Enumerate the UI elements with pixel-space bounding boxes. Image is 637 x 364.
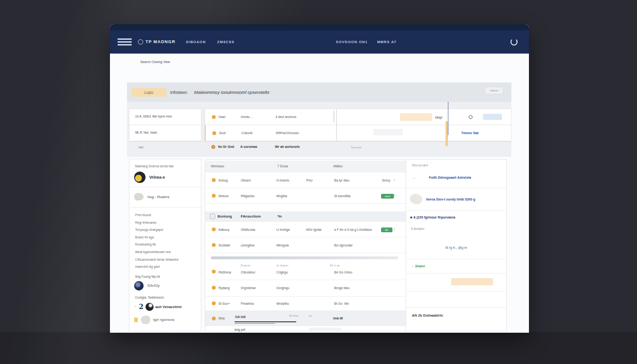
person-name: auh Venacetrini — [155, 305, 182, 309]
user-avatar-icon[interactable] — [510, 38, 518, 46]
info-chip[interactable] — [483, 114, 502, 120]
table-row[interactable]: Svbog Oboert O-Imsvlo Prici Ba tyr dlsu … — [205, 173, 406, 188]
sidebar-item-person5[interactable]: tgdr ngcenona — [129, 312, 201, 328]
list-item-label: 10 A .00th1 We hprm Hon — [135, 115, 172, 118]
cell: Oboert — [241, 179, 251, 182]
highlight-field[interactable] — [451, 278, 493, 285]
list-item[interactable]: 9E.R Yee: Iwan — [129, 125, 201, 141]
background-bottom-shade — [0, 332, 637, 364]
table-row[interactable]: Mne OA Ivtt Ail tssu rry Imk-W — [205, 311, 406, 326]
sidebar-section-label: Itng Fuong My-hil — [129, 273, 201, 279]
summary-row[interactable]: Sout Cobuntl M9Fee/Orsvosn — [205, 125, 337, 141]
cell: rry — [309, 314, 312, 317]
cell: Crtglrgu — [276, 271, 288, 274]
document-link[interactable]: Fuith Ddnogsaart Ashslola — [429, 176, 471, 179]
list-footer: neo — [129, 141, 201, 152]
cell: Prici — [306, 179, 312, 182]
summary-right-column: tasp Tmnnv Gat Tomond — [337, 102, 511, 157]
column-header: 7 Dcoa — [277, 164, 288, 168]
placeholder-pill — [309, 328, 342, 332]
download-icon[interactable]: ↓ — [393, 227, 395, 231]
cell: Bnrge bleu — [334, 286, 350, 290]
avatar — [134, 281, 144, 291]
cell: Imk-W — [333, 317, 343, 320]
highlight-field[interactable] — [400, 113, 432, 121]
section-label: FAnsecliom — [241, 214, 261, 218]
status-dot-icon — [212, 301, 216, 305]
table-row[interactable]: St Suv+ Pmarkha Wrolyfbu Bt Gv- Wn — [205, 297, 406, 311]
cell: czrlvgbtur — [241, 244, 255, 247]
sidebar-header: Maehacg Diotnna anrds tats — [129, 159, 201, 170]
table-row[interactable]: R acoio Ar draeru FF a ua RbShma C8rodst… — [205, 261, 406, 280]
sidebar-item-person1[interactable]: Vrinea-s — [129, 170, 201, 187]
status-dot-icon — [212, 178, 216, 182]
field-label: maerrdvh Ag gant — [135, 263, 195, 271]
menu-icon[interactable] — [118, 38, 132, 46]
nav-item-4[interactable]: MMRS AT — [377, 40, 397, 44]
list-item[interactable]: 10 A .00th1 We hprm Hon — [129, 109, 201, 125]
summary-left-column: 10 A .00th1 We hprm Hon 9E.R Yee: Iwan n… — [129, 102, 201, 157]
panel-header: Deo-on-anx — [406, 160, 506, 168]
note-icon — [134, 318, 138, 322]
person-name: Vrinea-s — [149, 175, 165, 180]
field-label: Tonyougs dnargapui — [135, 226, 195, 234]
app-window: TP MADNGR SIBOAON ZM8CSS SOVDOON ON1 MMR… — [110, 24, 529, 333]
table-row[interactable]: Rydang Drgnldmar Ocrglngu Bnrge bleu — [205, 280, 406, 297]
summary-cell: Wr ah aorlonels — [275, 145, 300, 148]
dash-icon: – — [413, 176, 415, 180]
sidebar-section-label: Cuvtgia; Taddnewcn — [129, 293, 201, 300]
nav-item-1[interactable]: SIBOAON — [186, 40, 206, 44]
field-label: Runalueling fte — [135, 241, 195, 248]
nav-item-3[interactable]: SOVDOON ON1 — [336, 40, 368, 44]
title-bar: Lupo Infosteec Maiieommoy ionuimnooml cp… — [127, 82, 511, 102]
summary-row[interactable]: Gael Imvdo… 3 devl anchors — [205, 109, 337, 125]
gear-icon[interactable] — [469, 115, 473, 119]
sidebar-item-person3[interactable]: S3vX2y — [129, 279, 201, 293]
cell: Mlrngula — [276, 244, 289, 247]
scrollbar-thumb[interactable] — [333, 110, 335, 123]
document-link[interactable]: tmrea Slov-t euvdy tmtb S3lG g — [426, 198, 475, 201]
download-icon[interactable]: ↓ — [393, 177, 395, 182]
main-area: Maehacg Diotnna anrds tats Vrinea-s Hug … — [110, 157, 529, 333]
panel-center-text: M rg K-, @g m — [406, 237, 506, 259]
cell: Smny — [382, 179, 390, 182]
nav-item-2[interactable]: ZM8CSS — [217, 40, 234, 44]
status-dot-icon — [211, 145, 215, 149]
saved-label: Shalvi — [415, 264, 425, 268]
cell[interactable]: OA Ivtt — [235, 315, 246, 318]
section-label: *In — [277, 214, 282, 218]
cell: Wdvva — [218, 194, 228, 198]
breadcrumb-strip: Search Closing View — [110, 54, 529, 82]
person-name: tgdr ngcenona — [153, 318, 174, 321]
status-dot-icon — [212, 228, 216, 231]
avatar — [146, 303, 154, 311]
action-links[interactable]: Tmnnv Gat — [461, 131, 479, 135]
top-navbar: TP MADNGR SIBOAON ZM8CSS SOVDOON ON1 MMR… — [110, 24, 529, 54]
table-row[interactable]: Srcldder czrlvgbtur Mlrngula Bcl dgrrunt… — [205, 237, 406, 253]
sidebar-item-person2[interactable]: Hug - Ruainrs — [129, 187, 201, 208]
table-row[interactable]: Wdvva Rlilgselso Mngfda St esrvdMa eeee … — [205, 188, 406, 204]
column-header: IAtlteo — [333, 164, 343, 168]
download-icon[interactable]: ↓ — [393, 193, 395, 197]
table-row[interactable]: Adbuuy GMAcoda Lt trulriga MGr tgrdai a … — [205, 222, 406, 237]
table-header-row: Wmnaoo 7 Dcoa IAtlteo — [205, 161, 406, 173]
admin-button[interactable]: Admin — [485, 87, 503, 94]
breadcrumb[interactable]: Search Closing View — [140, 60, 170, 64]
underline-rule — [235, 323, 275, 324]
section-label: Bonlung — [218, 214, 232, 218]
panel-link-row[interactable]: – Fuith Ddnogsaart Ashslola — [406, 168, 506, 188]
cell: MGr tgrdai — [306, 228, 321, 231]
list-item-label: 9E.R Yee: Iwan — [135, 131, 157, 134]
cell: Bcl dgrruntar — [334, 244, 353, 247]
cell: Ba tyr dlsu — [334, 179, 349, 182]
cell: a F thr d rt ha g LOorbbiun — [334, 228, 372, 231]
summary-cell: A soromas — [240, 145, 257, 148]
panel-link-row[interactable]: tmrea Slov-t euvdy tmtb S3lG g — [406, 188, 506, 211]
panel-note: ✱A (220 fgrtvour flrpurvanra — [406, 211, 506, 223]
footer-label: brtg prtt — [235, 328, 245, 331]
summary-cell: 9o Gr Gvd — [218, 145, 234, 148]
table-footer: brtg prtt — [205, 326, 406, 333]
summary-row: Tmnnv Gat — [337, 125, 511, 141]
sidebar-item-person4[interactable]: ✓ 2 auh Venacetrini — [129, 300, 201, 312]
app-brand[interactable]: TP MADNGR — [138, 39, 175, 45]
